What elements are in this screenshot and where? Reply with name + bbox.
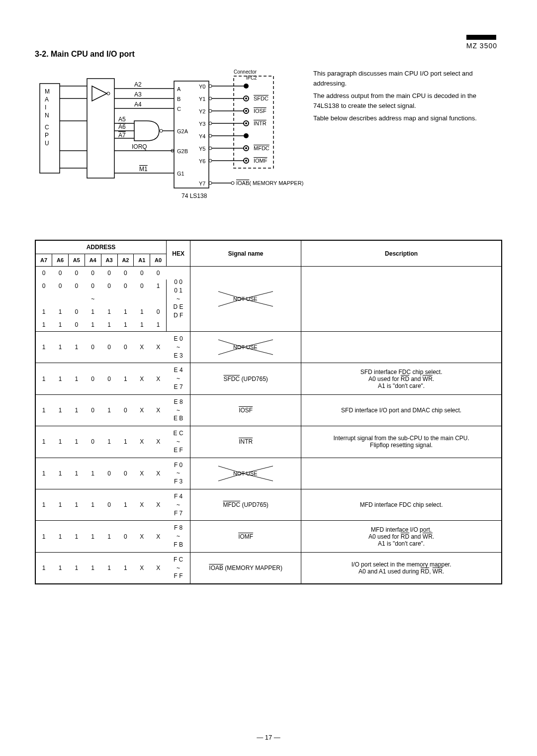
desc-cell: MFD interface FDC chip select. bbox=[301, 489, 502, 520]
svg-point-75 bbox=[245, 160, 247, 162]
signal-cell: NOT USE bbox=[190, 267, 301, 332]
svg-text:IOMF: IOMF bbox=[254, 158, 268, 164]
addr-bit: 0 bbox=[85, 332, 101, 363]
addr-bit: 1 bbox=[52, 363, 69, 394]
svg-point-60 bbox=[231, 182, 234, 185]
svg-point-44 bbox=[209, 85, 212, 88]
addr-bit: 1 bbox=[101, 552, 117, 584]
svg-text:A7: A7 bbox=[118, 132, 126, 139]
signal-cell: IOAB (MEMORY MAPPER) bbox=[190, 552, 301, 584]
addr-bit: 0 bbox=[101, 280, 117, 292]
desc-cell: SFD interface I/O port and DMAC chip sel… bbox=[301, 394, 502, 426]
th-addr-bit: A0 bbox=[150, 254, 167, 267]
svg-point-48 bbox=[209, 134, 212, 137]
addr-bit: 0 bbox=[150, 267, 167, 280]
addr-bit: ~ bbox=[85, 292, 101, 305]
svg-point-46 bbox=[209, 109, 212, 112]
svg-text:A: A bbox=[177, 86, 181, 92]
addr-bit: 1 bbox=[35, 552, 52, 584]
addr-bit: 1 bbox=[85, 552, 101, 584]
th-hex: HEX bbox=[167, 240, 190, 267]
addr-bit: 1 bbox=[52, 458, 69, 489]
addr-bit: X bbox=[134, 521, 150, 552]
addr-bit: 1 bbox=[35, 394, 52, 426]
addr-bit: X bbox=[150, 332, 167, 363]
addr-bit: 1 bbox=[85, 318, 101, 332]
hex-cell: F 4~F 7 bbox=[167, 489, 190, 520]
addr-bit: 0 bbox=[117, 332, 134, 363]
brand-bar bbox=[466, 35, 496, 40]
svg-point-47 bbox=[209, 122, 212, 125]
addr-bit: X bbox=[134, 458, 150, 489]
addr-bit: X bbox=[134, 426, 150, 458]
hex-cell: E 4~E 7 bbox=[167, 363, 190, 394]
svg-text:NOT USE: NOT USE bbox=[233, 344, 258, 350]
signal-cell: IOMF bbox=[190, 521, 301, 552]
th-signal: Signal name bbox=[190, 240, 301, 267]
svg-text:IOAB( MEMORY MAPPER): IOAB( MEMORY MAPPER) bbox=[236, 180, 303, 186]
desc-cell: I/O port select in the memory mapper.A0 … bbox=[301, 552, 502, 584]
addr-bit: 1 bbox=[35, 305, 52, 318]
addr-bit: 0 bbox=[68, 305, 85, 318]
addr-bit: 1 bbox=[68, 426, 85, 458]
hex-cell: E C~E F bbox=[167, 426, 190, 458]
addr-bit: 1 bbox=[35, 489, 52, 520]
th-addr-bit: A4 bbox=[85, 254, 101, 267]
addr-bit: 1 bbox=[35, 426, 52, 458]
description-paragraph: This paragraph discusses main CPU I/O po… bbox=[313, 69, 502, 220]
svg-text:A3: A3 bbox=[134, 91, 142, 98]
svg-text:Connector: Connector bbox=[234, 69, 257, 75]
svg-text:Y4: Y4 bbox=[199, 133, 205, 139]
addr-bit: 0 bbox=[101, 458, 117, 489]
signal-cell: NOT USE bbox=[190, 458, 301, 489]
addr-bit bbox=[150, 292, 167, 305]
th-addr-bit: A2 bbox=[117, 254, 134, 267]
svg-text:Y3: Y3 bbox=[199, 121, 205, 127]
addr-bit: 0 bbox=[52, 280, 69, 292]
addr-bit: 1 bbox=[150, 318, 167, 332]
addr-bit: X bbox=[150, 521, 167, 552]
svg-text:SFDC: SFDC bbox=[254, 95, 268, 101]
addr-bit: 0 bbox=[117, 521, 134, 552]
addr-bit: 0 bbox=[35, 267, 52, 280]
brand-header: MZ 3500 bbox=[466, 35, 497, 50]
addr-bit: 0 bbox=[101, 267, 117, 280]
addr-bit: X bbox=[150, 552, 167, 584]
addr-bit bbox=[68, 292, 85, 305]
addr-bit: 1 bbox=[134, 318, 150, 332]
th-addr-bit: A7 bbox=[35, 254, 52, 267]
svg-text:A6: A6 bbox=[118, 123, 126, 130]
addr-bit: 0 bbox=[134, 267, 150, 280]
svg-point-73 bbox=[245, 147, 247, 149]
addr-bit: X bbox=[134, 552, 150, 584]
addr-bit: 0 bbox=[68, 267, 85, 280]
addr-bit: 1 bbox=[117, 489, 134, 520]
addr-bit: 1 bbox=[68, 332, 85, 363]
addr-bit: 1 bbox=[117, 305, 134, 318]
addr-bit: 1 bbox=[85, 489, 101, 520]
addr-bit: 1 bbox=[35, 458, 52, 489]
svg-point-64 bbox=[244, 84, 249, 89]
addr-bit: 1 bbox=[101, 318, 117, 332]
th-desc: Description bbox=[301, 240, 502, 267]
addr-bit: 0 bbox=[117, 458, 134, 489]
hex-cell: F C~F F bbox=[167, 552, 190, 584]
addr-bit: 1 bbox=[52, 489, 69, 520]
svg-text:G2A: G2A bbox=[177, 128, 188, 134]
addr-bit: 1 bbox=[150, 280, 167, 292]
svg-text:M1: M1 bbox=[139, 166, 148, 173]
desc-cell bbox=[301, 458, 502, 489]
para-1: This paragraph discusses main CPU I/O po… bbox=[313, 69, 502, 88]
addr-bit: X bbox=[150, 394, 167, 426]
svg-point-45 bbox=[209, 97, 212, 100]
th-address: ADDRESS bbox=[35, 240, 167, 254]
diagram-section: M A I N C P U A2 A3 A4 bbox=[35, 69, 502, 220]
addr-bit: X bbox=[150, 458, 167, 489]
addr-bit: 0 bbox=[150, 305, 167, 318]
svg-text:A2: A2 bbox=[134, 81, 142, 88]
addr-bit: 1 bbox=[68, 552, 85, 584]
hex-cell: F 8~F B bbox=[167, 521, 190, 552]
svg-text:Y2: Y2 bbox=[199, 108, 205, 114]
svg-text:MFDC: MFDC bbox=[254, 145, 269, 151]
svg-text:G1: G1 bbox=[177, 171, 184, 177]
